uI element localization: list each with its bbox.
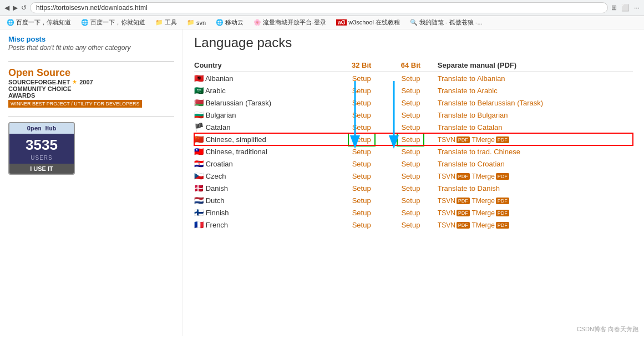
manual-cell: TSVN PDF TMerge PDF	[438, 206, 633, 219]
pdf-icon-tmerge: PDF	[496, 222, 509, 229]
bit64-setup-link[interactable]: Setup	[401, 221, 420, 229]
translate-link[interactable]: Translate to trad. Chinese	[438, 148, 520, 156]
manual-cell: Translate to trad. Chinese	[438, 145, 633, 158]
bit32-setup-link[interactable]: Setup	[352, 87, 371, 95]
bit64-cell: Setup	[388, 219, 438, 231]
flag-icon: 🇫🇮	[194, 208, 204, 217]
tmerge-pdf-link[interactable]: TMerge PDF	[471, 136, 509, 144]
bit64-cell: Setup	[388, 206, 438, 219]
translate-link[interactable]: Translate to Catalan	[438, 123, 503, 131]
bookmark-7-icon: w3	[336, 19, 347, 26]
flag-icon: 🇹🇼	[194, 147, 204, 156]
bit64-setup-link[interactable]: Setup	[401, 74, 420, 83]
bit32-setup-link[interactable]: Setup	[352, 209, 371, 217]
sidebar-divider-2	[8, 116, 174, 117]
bookmark-4-label: svn	[196, 19, 206, 26]
table-row: 🇳🇱 DutchSetupSetupTSVN PDF TMerge PDF	[194, 194, 633, 206]
bookmark-1-icon: 🌐	[7, 19, 14, 26]
bit32-cell: Setup	[339, 97, 388, 109]
bit32-setup-link[interactable]: Setup	[352, 148, 371, 156]
bit32-cell: Setup	[339, 170, 388, 182]
flag-icon: 🇨🇿	[194, 171, 204, 180]
table-header-row: Country 32 Bit 64 Bit Separate manual (P…	[194, 59, 633, 72]
bit32-setup-link[interactable]: Setup	[352, 123, 371, 131]
country-name: Chinese, traditional	[206, 148, 267, 156]
bit64-setup-link[interactable]: Setup	[401, 87, 420, 95]
url-bar[interactable]: https://tortoisesvn.net/downloads.html	[30, 2, 608, 13]
translate-link[interactable]: Translate to Bulgarian	[438, 111, 508, 119]
nav-back-icon[interactable]: ◀	[4, 4, 9, 12]
bit32-setup-link[interactable]: Setup	[352, 221, 371, 229]
bookmark-6[interactable]: 🌸 流量商城开放平台-登录	[251, 18, 328, 27]
translate-link[interactable]: Translate to Croatian	[438, 160, 505, 168]
bit32-setup-link[interactable]: Setup	[350, 135, 373, 144]
bookmark-5[interactable]: 🌐 移动云	[214, 18, 246, 27]
tab-icon[interactable]: ⬜	[621, 4, 630, 12]
tmerge-pdf-link[interactable]: TMerge PDF	[471, 209, 509, 217]
bit64-setup-link[interactable]: Setup	[401, 111, 420, 119]
pdf-icon: PDF	[457, 210, 470, 216]
flag-icon: 🇸🇦	[194, 86, 204, 95]
misc-title[interactable]: Misc posts	[8, 35, 174, 43]
bit64-setup-link[interactable]: Setup	[401, 184, 420, 193]
bit64-cell: Setup	[388, 97, 438, 109]
bit64-setup-link[interactable]: Setup	[401, 172, 420, 180]
table-row: 🇭🇷 CroatianSetupSetupTranslate to Croati…	[194, 158, 633, 170]
flag-icon: 🇦🇱	[194, 74, 204, 83]
bit32-setup-link[interactable]: Setup	[352, 184, 371, 193]
bookmark-8[interactable]: 🔍 我的随笔 - 孤傲苍狼 -...	[408, 18, 485, 27]
country-cell: 🇸🇦 Arabic	[194, 84, 339, 97]
bookmark-2[interactable]: 🌐 百度一下，你就知道	[79, 18, 148, 27]
extensions-icon[interactable]: ⊞	[611, 4, 617, 12]
bit64-setup-link[interactable]: Setup	[401, 148, 420, 156]
manual-cell: Translate to Croatian	[438, 158, 633, 170]
bit64-setup-link[interactable]: Setup	[401, 99, 420, 107]
openhub-use-it-button[interactable]: I USE IT	[9, 164, 74, 174]
tsvn-pdf-link[interactable]: TSVN PDF	[438, 173, 470, 180]
bookmark-7[interactable]: w3 w3school 在线教程	[334, 18, 402, 27]
translate-link[interactable]: Translate to Belarussian (Tarask)	[438, 99, 543, 107]
bit32-setup-link[interactable]: Setup	[352, 111, 371, 119]
sidebar-misc: Misc posts Posts that don't fit into any…	[8, 35, 174, 53]
bit32-cell: Setup	[339, 219, 388, 231]
bit32-setup-link[interactable]: Setup	[352, 160, 371, 168]
bit64-cell: Setup	[388, 133, 438, 145]
bit32-setup-link[interactable]: Setup	[352, 196, 371, 205]
reload-icon[interactable]: ↺	[21, 4, 27, 12]
bookmark-1[interactable]: 🌐 百度一下，你就知道	[4, 18, 73, 27]
bookmark-8-label: 我的随笔 - 孤傲苍狼 -...	[419, 18, 483, 27]
openhub-count: 3535	[9, 134, 74, 155]
translate-link[interactable]: Translate to Albanian	[438, 74, 505, 83]
tsvn-pdf-link[interactable]: TSVN PDF	[438, 197, 470, 205]
tsvn-pdf-link[interactable]: TSVN PDF	[438, 136, 470, 144]
country-cell: 🇫🇷 French	[194, 219, 339, 231]
bit64-setup-link[interactable]: Setup	[401, 123, 420, 131]
translate-link[interactable]: Translate to Arabic	[438, 87, 498, 95]
table-row: 🇫🇮 FinnishSetupSetupTSVN PDF TMerge PDF	[194, 206, 633, 219]
openhub-widget: Open Hub 3535 USERS I USE IT	[8, 122, 75, 175]
menu-icon[interactable]: ···	[634, 4, 640, 12]
table-row: 🇦🇱 AlbanianSetupSetupTranslate to Albani…	[194, 72, 633, 85]
bit64-setup-link[interactable]: Setup	[399, 135, 422, 144]
bookmark-4-icon: 📁	[187, 19, 195, 26]
nav-forward-icon[interactable]: ▶	[13, 4, 18, 12]
manual-cell: TSVN PDF TMerge PDF	[438, 219, 633, 231]
tmerge-pdf-link[interactable]: TMerge PDF	[471, 173, 509, 180]
tmerge-pdf-link[interactable]: TMerge PDF	[471, 221, 509, 229]
bit64-setup-link[interactable]: Setup	[401, 196, 420, 205]
flag-icon: 🇩🇰	[194, 184, 204, 193]
tmerge-pdf-link[interactable]: TMerge PDF	[471, 197, 509, 205]
bit32-setup-link[interactable]: Setup	[352, 74, 371, 83]
country-name: Czech	[206, 172, 226, 180]
translate-link[interactable]: Translate to Danish	[438, 184, 500, 193]
bit64-setup-link[interactable]: Setup	[401, 160, 420, 168]
bit32-setup-link[interactable]: Setup	[352, 99, 371, 107]
bookmark-3[interactable]: 📁 工具	[153, 18, 179, 27]
tsvn-pdf-link[interactable]: TSVN PDF	[438, 221, 470, 229]
flag-icon: 🇭🇷	[194, 159, 204, 168]
tsvn-pdf-link[interactable]: TSVN PDF	[438, 209, 470, 217]
bit32-setup-link[interactable]: Setup	[352, 172, 371, 180]
bit64-setup-link[interactable]: Setup	[401, 209, 420, 217]
manual-cell: TSVN PDF TMerge PDF	[438, 194, 633, 206]
bookmark-4[interactable]: 📁 svn	[185, 18, 208, 27]
